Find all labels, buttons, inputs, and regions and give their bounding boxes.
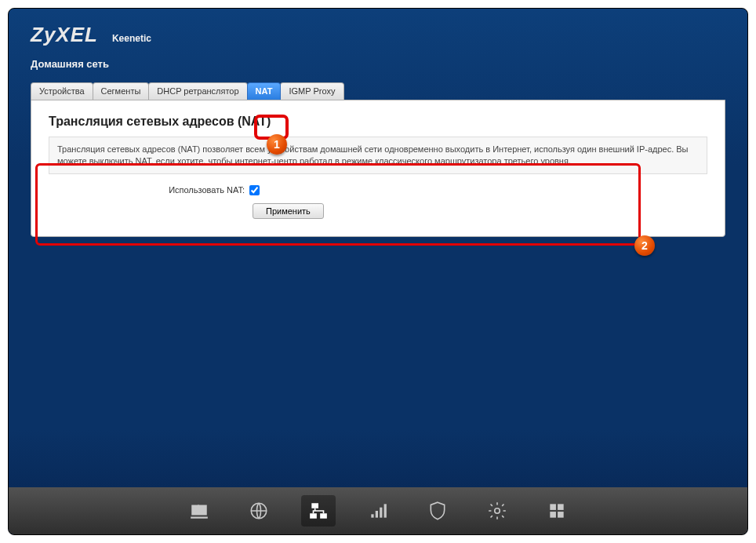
- nat-description: Трансляция сетевых адресов (NAT) позволя…: [49, 137, 707, 174]
- model-name: Keenetic: [112, 33, 151, 44]
- svg-rect-7: [384, 504, 387, 517]
- tab-bar: Устройства Сегменты DHCP ретранслятор NA…: [31, 82, 747, 100]
- tab-devices[interactable]: Устройства: [31, 82, 93, 100]
- svg-rect-3: [320, 513, 327, 519]
- logo-row: ZyXEL Keenetic: [31, 23, 725, 47]
- svg-rect-6: [380, 508, 382, 518]
- header: ZyXEL Keenetic Домашняя сеть: [9, 9, 747, 75]
- annotation-badge-1: 1: [267, 134, 287, 155]
- annotation-badge-2: 2: [634, 235, 655, 256]
- svg-rect-11: [550, 512, 556, 518]
- svg-rect-1: [311, 503, 318, 508]
- svg-rect-2: [310, 513, 317, 519]
- nav-shield-icon[interactable]: [420, 495, 455, 527]
- use-nat-checkbox[interactable]: [249, 185, 260, 195]
- brand-logo: ZyXEL: [31, 23, 98, 47]
- tab-igmp-proxy[interactable]: IGMP Proxy: [280, 82, 343, 100]
- nav-gear-icon[interactable]: [480, 495, 514, 527]
- svg-rect-9: [550, 504, 556, 510]
- nav-wifi-icon[interactable]: [361, 495, 395, 527]
- tab-dhcp-relay[interactable]: DHCP ретранслятор: [148, 82, 247, 100]
- content-panel: Трансляция сетевых адресов (NAT) Трансля…: [31, 100, 725, 237]
- svg-point-8: [495, 508, 500, 514]
- nav-globe-icon[interactable]: [242, 495, 276, 527]
- tab-nat[interactable]: NAT: [247, 82, 282, 100]
- svg-rect-10: [558, 504, 564, 510]
- nav-network-icon[interactable]: [301, 495, 336, 527]
- app-frame: ZyXEL Keenetic Домашняя сеть Устройства …: [8, 8, 748, 535]
- svg-rect-5: [376, 511, 378, 518]
- svg-rect-12: [558, 512, 564, 518]
- nav-monitor-icon[interactable]: [182, 495, 216, 527]
- page-title: Домашняя сеть: [31, 58, 725, 70]
- use-nat-row: Использовать NAT:: [96, 185, 707, 195]
- content-heading: Трансляция сетевых адресов (NAT): [49, 115, 707, 129]
- apply-button[interactable]: Применить: [253, 203, 324, 219]
- nav-apps-icon[interactable]: [540, 495, 574, 527]
- bottom-nav: [9, 487, 747, 534]
- svg-rect-4: [371, 514, 373, 517]
- use-nat-label: Использовать NAT:: [96, 185, 245, 195]
- tab-segments[interactable]: Сегменты: [93, 82, 150, 100]
- apply-row: Применить: [253, 203, 707, 219]
